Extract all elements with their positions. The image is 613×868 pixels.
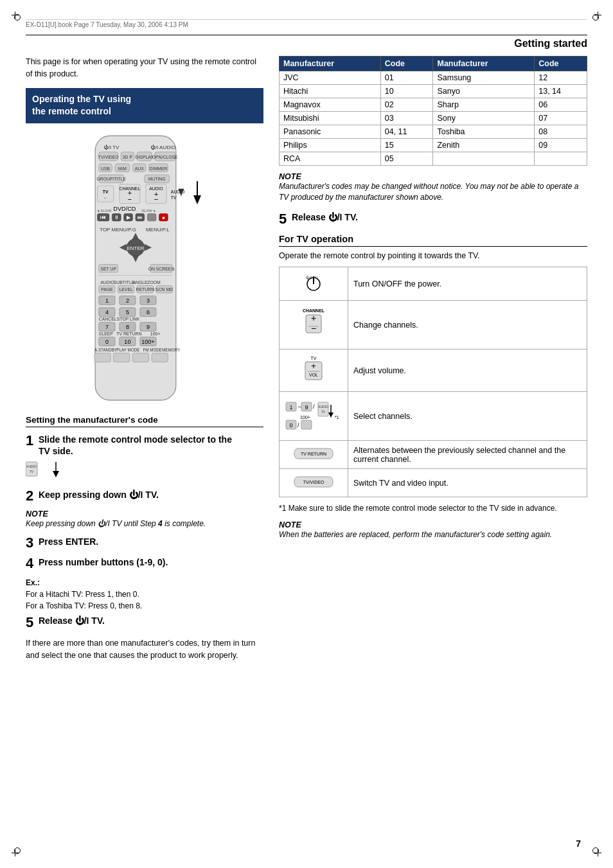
table-row: Magnavox02Sharp06: [280, 98, 587, 112]
svg-text:MUTING: MUTING: [148, 177, 166, 181]
table-cell: Zenith: [433, 139, 535, 152]
step-5-block: 5 Release ⏻/I TV.: [26, 616, 263, 630]
tv-video-icon-cell: TV/VIDEO: [280, 469, 348, 497]
step-2-number: 2: [26, 489, 33, 503]
svg-text:2: 2: [126, 297, 129, 304]
svg-text:ON SCREEN: ON SCREEN: [148, 266, 175, 270]
circle-tl: [14, 14, 21, 21]
svg-text:−: −: [154, 195, 159, 203]
tv-op-intro: Operate the remote control by pointing i…: [279, 251, 587, 262]
svg-text:10: 10: [124, 339, 130, 345]
step-3-block: 3 Press ENTER.: [26, 536, 263, 550]
step-5-text: Release ⏻/I TV.: [39, 616, 105, 626]
tv-op-heading: For TV operation: [279, 234, 587, 247]
svg-text:/: /: [313, 403, 315, 410]
step-1-block: 1 Slide the remote control mode selector…: [26, 434, 263, 483]
note3-block: NOTE When the batteries are replaced, pe…: [279, 520, 587, 540]
svg-text:AUDIO: AUDIO: [100, 280, 114, 285]
table-cell: Panasonic: [280, 125, 381, 139]
step-1-number: 1: [26, 434, 33, 448]
svg-text:TV/VIDEO: TV/VIDEO: [98, 155, 119, 159]
svg-text:M/M: M/M: [118, 166, 127, 170]
note2-text: Manufacturer's codes may be changed with…: [279, 181, 587, 203]
svg-text:PAGE: PAGE: [101, 287, 113, 291]
table-cell: 07: [535, 112, 587, 125]
svg-text:0: 0: [289, 422, 292, 429]
svg-marker-148: [328, 412, 333, 418]
svg-text:SET UP: SET UP: [100, 266, 116, 270]
svg-text:DISPLAY: DISPLAY: [136, 155, 154, 159]
power-icon-cell: ⏻/I TV: [280, 267, 348, 301]
svg-text:MEMORY: MEMORY: [162, 348, 181, 352]
svg-text:8: 8: [126, 324, 129, 330]
power-desc: Turn ON/OFF the power.: [348, 267, 587, 301]
table-header-mfr2: Manufacturer: [433, 57, 535, 71]
svg-text:5: 5: [126, 309, 129, 315]
ex-block: Ex.: For a Hitachi TV: Press 1, then 0.F…: [26, 577, 263, 612]
table-cell: 04, 11: [380, 125, 433, 139]
table-row: CHANNEL + − Change channels.: [280, 301, 587, 350]
step5-right-text: Release ⏻/I TV.: [292, 212, 358, 222]
svg-text:DIMMER: DIMMER: [150, 166, 168, 170]
power-icon: ⏻/I TV: [302, 271, 325, 294]
svg-text:USB: USB: [101, 166, 111, 170]
svg-text:A.STANDBY: A.STANDBY: [94, 348, 118, 352]
step-1-text: Slide the remote control mode selector t…: [39, 434, 238, 457]
svg-text:ENTER: ENTER: [127, 245, 144, 251]
volume-icon: TV + VOL: [298, 353, 330, 385]
svg-text:100+: 100+: [300, 415, 310, 420]
table-header-mfr1: Manufacturer: [280, 57, 381, 71]
table-cell: 10: [380, 85, 433, 98]
tv-video-desc: Switch TV and video input.: [348, 469, 587, 497]
right-column: Manufacturer Code Manufacturer Code JVC0…: [279, 56, 587, 662]
svg-text:⏻/I TV: ⏻/I TV: [306, 276, 318, 279]
step-4-number: 4: [26, 556, 33, 571]
step-3-text: Press ENTER.: [39, 536, 98, 547]
svg-text:3: 3: [147, 297, 150, 304]
step-2-text: Keep pressing down ⏻/I TV.: [39, 489, 159, 500]
svg-text:FM MODE: FM MODE: [143, 348, 162, 352]
step-4-text: Press number buttons (1-9, 0).: [39, 556, 168, 568]
table-header-code2: Code: [535, 57, 587, 71]
channel-icon: CHANNEL + −: [294, 305, 333, 343]
table-cell: 03: [380, 112, 433, 125]
table-row: Mitsubishi03Sony07: [280, 112, 587, 125]
table-cell: JVC: [280, 71, 381, 85]
step-4-block: 4 Press number buttons (1-9, 0).: [26, 556, 263, 571]
volume-desc: Adjust volume.: [348, 350, 587, 392]
table-cell: Philips: [280, 139, 381, 152]
svg-text:−: −: [128, 195, 132, 203]
svg-text:●: ●: [162, 214, 166, 220]
page-title: Getting started: [514, 38, 587, 49]
svg-text:−: −: [311, 323, 316, 333]
svg-text:1: 1: [289, 404, 292, 411]
filepath: EX-D11[U].book Page 7 Tuesday, May 30, 2…: [26, 19, 587, 28]
audio-tv-icon: AUDIO TV: [26, 461, 48, 479]
svg-text:3D P: 3D P: [123, 155, 133, 159]
select-chan-desc: Select channels.: [348, 392, 587, 441]
page-number: 7: [576, 838, 581, 849]
table-row: TV + VOL Adjust volume.: [280, 350, 587, 392]
note3-text: When the batteries are replaced, perform…: [279, 529, 587, 540]
footnote: *1 Make sure to slide the remote control…: [279, 502, 587, 514]
svg-marker-114: [193, 195, 201, 204]
svg-text:TV: TV: [103, 189, 109, 193]
table-cell: Mitsubishi: [280, 112, 381, 125]
svg-text:▶: ▶: [127, 215, 131, 220]
svg-text:DVD/CD: DVD/CD: [113, 206, 136, 212]
svg-text:SCN MD: SCN MD: [155, 287, 173, 291]
svg-rect-48: [147, 213, 156, 220]
svg-text:TV: TV: [311, 356, 317, 360]
table-cell: Samsung: [433, 71, 535, 85]
table-cell: Sanyo: [433, 85, 535, 98]
svg-text:● SLOW: ● SLOW: [98, 209, 112, 213]
step-5-number: 5: [26, 616, 33, 630]
tv-video-icon: TV/VIDEO: [291, 473, 336, 491]
svg-text:CHANNEL: CHANNEL: [303, 308, 325, 313]
step-2-block: 2 Keep pressing down ⏻/I TV.: [26, 489, 263, 503]
svg-text:100+: 100+: [150, 332, 160, 336]
svg-text:SUBTITLE: SUBTITLE: [114, 280, 135, 285]
table-cell: Magnavox: [280, 98, 381, 112]
svg-text:+: +: [311, 313, 316, 323]
table-cell: Toshiba: [433, 125, 535, 139]
